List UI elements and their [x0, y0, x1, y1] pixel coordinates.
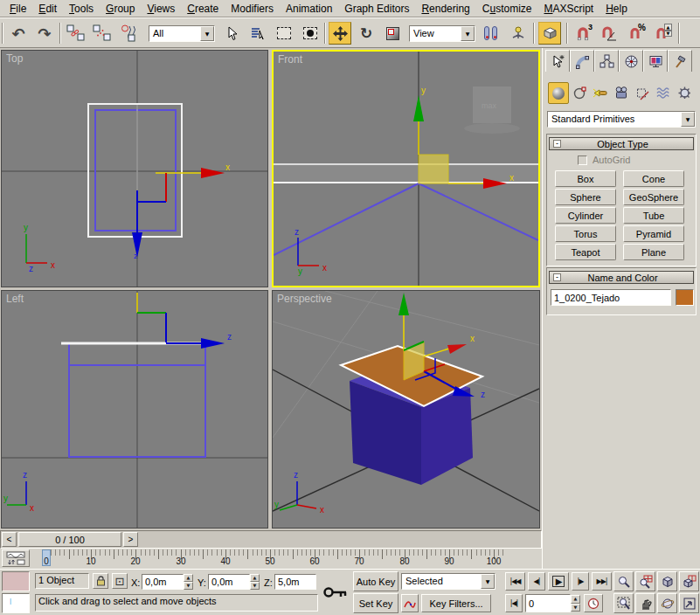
undo-icon[interactable]: ↶ — [7, 22, 30, 45]
primitive-geosphere-button[interactable]: GeoSphere — [623, 189, 684, 205]
primitive-cylinder-button[interactable]: Cylinder — [555, 207, 616, 224]
tab-display[interactable] — [643, 50, 668, 72]
menu-views[interactable]: Views — [141, 1, 181, 17]
selection-filter-select[interactable]: All▼ — [149, 25, 215, 42]
snap-toggle-icon[interactable]: 3 — [572, 22, 594, 45]
unlink-icon[interactable] — [91, 22, 114, 45]
bind-spacewarp-icon[interactable] — [117, 22, 140, 45]
frame-spinner[interactable]: ▲▼ — [571, 595, 580, 612]
set-key-button[interactable]: Set Key — [353, 593, 399, 613]
zoom-button[interactable] — [613, 571, 634, 591]
region-zoom-button[interactable] — [613, 593, 634, 613]
arc-rotate-button[interactable] — [657, 593, 677, 613]
category-helpers[interactable] — [632, 82, 653, 104]
set-key-curve-button[interactable] — [401, 594, 419, 612]
mini-curve-editor-button[interactable] — [2, 549, 30, 567]
selection-set-select[interactable]: Selected▼ — [401, 573, 496, 590]
next-frame-button[interactable]: |▶ — [572, 572, 589, 591]
zoom-all-button[interactable] — [635, 571, 655, 591]
percent-snap-icon[interactable]: % — [624, 22, 647, 45]
object-type-rollout-header[interactable]: - Object Type — [549, 137, 694, 150]
time-configuration-button[interactable] — [584, 594, 603, 612]
tab-create[interactable] — [545, 50, 570, 72]
x-coordinate-field[interactable] — [142, 574, 184, 590]
zoom-extents-button[interactable] — [657, 571, 677, 591]
absolute-mode-toggle[interactable]: ⊡ — [112, 573, 128, 589]
primitive-category-select[interactable]: Standard Primitives▼ — [547, 111, 696, 128]
viewport-perspective-label[interactable]: Perspective — [277, 293, 332, 305]
primitive-plane-button[interactable]: Plane — [623, 244, 684, 260]
menu-maxscript[interactable]: MAXScript — [538, 1, 600, 17]
menu-file[interactable]: File — [3, 1, 32, 17]
menu-create[interactable]: Create — [181, 1, 225, 17]
viewport-top[interactable]: x z y z x Top — [1, 50, 268, 287]
tab-motion[interactable] — [619, 50, 643, 72]
menu-group[interactable]: Group — [100, 1, 141, 17]
previous-frame-button[interactable]: ◀| — [528, 572, 545, 591]
frame-forward-button[interactable]: > — [123, 532, 138, 547]
menu-help[interactable]: Help — [600, 1, 634, 17]
autogrid-checkbox[interactable] — [578, 155, 587, 165]
frame-back-button[interactable]: < — [2, 532, 17, 547]
primitive-pyramid-button[interactable]: Pyramid — [623, 225, 684, 242]
viewport-left[interactable]: z z y x Left — [1, 290, 268, 529]
collapse-icon[interactable]: - — [553, 273, 561, 281]
spinner-snap-icon[interactable]: ▲▼ — [650, 22, 673, 45]
z-coordinate-field[interactable] — [274, 574, 316, 590]
y-coordinate-field[interactable] — [208, 574, 250, 590]
time-slider-handle[interactable]: 0 / 100 — [18, 532, 121, 547]
menu-rendering[interactable]: Rendering — [415, 1, 475, 17]
primitive-box-button[interactable]: Box — [555, 170, 616, 187]
current-frame-field[interactable] — [525, 594, 571, 612]
primitive-cone-button[interactable]: Cone — [623, 170, 684, 187]
use-pivot-center-icon[interactable] — [479, 22, 502, 45]
selection-lock-toggle[interactable] — [93, 573, 108, 589]
select-move-icon[interactable] — [329, 22, 351, 45]
tab-utilities[interactable] — [668, 50, 692, 72]
select-scale-icon[interactable] — [381, 22, 404, 45]
tab-hierarchy[interactable] — [594, 50, 619, 72]
primitive-torus-button[interactable]: Torus — [555, 225, 616, 242]
pan-button[interactable] — [635, 593, 655, 613]
primitive-tube-button[interactable]: Tube — [623, 207, 684, 224]
timeline-ruler[interactable]: 0 10 20 30 40 50 60 70 80 90 100 — [33, 549, 505, 569]
select-by-name-icon[interactable] — [246, 22, 269, 45]
tab-modify[interactable] — [570, 50, 594, 72]
rect-selection-region-icon[interactable] — [273, 22, 295, 45]
category-cameras[interactable] — [611, 82, 632, 104]
go-to-end-button[interactable]: ▶▶| — [592, 572, 612, 591]
object-name-input[interactable] — [551, 289, 671, 306]
menu-graph-editors[interactable]: Graph Editors — [338, 1, 415, 17]
category-systems[interactable] — [674, 82, 695, 104]
object-color-swatch[interactable] — [676, 289, 694, 306]
viewport-front-label[interactable]: Front — [278, 53, 302, 66]
key-mode-toggle[interactable]: |◀| — [505, 594, 523, 612]
x-spinner[interactable]: ▲▼ — [184, 574, 193, 590]
primitive-teapot-button[interactable]: Teapot — [555, 244, 616, 260]
zoom-extents-all-button[interactable] — [679, 571, 699, 591]
name-color-rollout-header[interactable]: - Name and Color — [549, 271, 694, 284]
y-spinner[interactable]: ▲▼ — [250, 574, 260, 590]
category-lights[interactable] — [590, 82, 611, 104]
primitive-sphere-button[interactable]: Sphere — [555, 189, 616, 205]
maxscript-macro-pane[interactable] — [2, 571, 30, 591]
viewport-front[interactable]: max y x z y x Front — [272, 50, 540, 287]
redo-icon[interactable]: ↷ — [33, 22, 56, 45]
category-spacewarps[interactable] — [653, 82, 674, 104]
maxscript-listener-pane[interactable]: | — [2, 593, 30, 613]
menu-animation[interactable]: Animation — [280, 1, 338, 17]
angle-snap-icon[interactable] — [598, 22, 620, 45]
window-crossing-icon[interactable] — [299, 22, 322, 45]
ref-coord-select[interactable]: View▼ — [409, 25, 475, 42]
play-button[interactable]: ▶ — [548, 572, 569, 591]
select-rotate-icon[interactable]: ↻ — [355, 22, 378, 45]
category-geometry[interactable] — [548, 82, 569, 104]
menu-customize[interactable]: Customize — [476, 1, 538, 17]
menu-modifiers[interactable]: Modifiers — [225, 1, 280, 17]
collapse-icon[interactable]: - — [553, 140, 561, 148]
select-manipulate-icon[interactable] — [507, 22, 530, 45]
category-shapes[interactable] — [569, 82, 590, 104]
viewport-left-label[interactable]: Left — [6, 293, 24, 305]
auto-key-button[interactable]: Auto Key — [353, 571, 399, 591]
min-max-toggle-button[interactable] — [679, 593, 699, 613]
